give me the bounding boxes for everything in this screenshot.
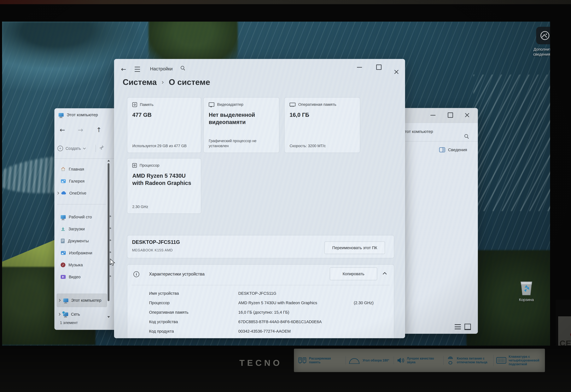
spec-label: Имя устройства <box>149 290 213 296</box>
expand-chevron-icon[interactable] <box>58 313 60 316</box>
desktop-icon-recycle-bin[interactable]: Корзина <box>511 280 542 302</box>
sidebar-scrollbar[interactable] <box>107 160 110 320</box>
spec-row: Имя устройства DESKTOP-JFCS11G <box>149 290 386 296</box>
card-storage: Память 477 GB Используется 29 GB из 477 … <box>127 97 201 153</box>
spec-row: Оперативная память 16,0 ГБ (доступно: 15… <box>149 309 386 315</box>
feature-item: Кнопка питания с отпечатком пальца <box>443 356 489 365</box>
laptop-bezel: TECNO Расширяемая память Угол обзора 180… <box>0 346 571 392</box>
card-value: 477 GB <box>132 111 197 118</box>
expand-chevron-icon[interactable] <box>58 299 61 302</box>
spec-value: AMD Ryzen 5 7430U with Radeon Graphics <box>238 300 317 306</box>
breadcrumb-separator: › <box>161 78 164 86</box>
sidebar-label: Главная <box>69 167 84 171</box>
new-button[interactable]: + Создать <box>57 146 85 151</box>
pictures-icon <box>61 251 66 255</box>
spec-label: Оперативная память <box>149 309 213 315</box>
search-icon[interactable] <box>181 66 185 70</box>
feature-label: Расширяемая память <box>309 357 341 364</box>
scrollbar-thumb[interactable] <box>108 163 110 301</box>
address-bar-text[interactable]: тот компьютер <box>405 129 433 134</box>
tree-item-this-pc[interactable]: Этот компьютер <box>57 294 107 307</box>
status-bar-items-count: 1 элемент <box>60 321 78 325</box>
sidebar-label: Документы <box>68 239 89 243</box>
explorer-tab[interactable]: Этот компьютер <box>58 112 98 117</box>
search-icon[interactable] <box>464 134 469 138</box>
maximize-button[interactable] <box>448 112 453 118</box>
breadcrumb-system[interactable]: Система <box>123 77 157 87</box>
mouse-cursor <box>110 258 115 267</box>
spec-row: Процессор AMD Ryzen 5 7430U with Radeon … <box>149 300 386 306</box>
maximize-button[interactable] <box>376 65 382 70</box>
spec-value: DESKTOP-JFCS11G <box>238 290 276 296</box>
scroll-up-arrow[interactable] <box>107 160 110 162</box>
card-gpu: Видеоадаптер Нет выделенной видеопамяти … <box>203 97 279 153</box>
back-button[interactable]: ← <box>60 126 65 134</box>
section-title: Характеристики устройства <box>149 272 205 277</box>
collapse-chevron-icon[interactable] <box>383 272 387 276</box>
scroll-down-arrow[interactable] <box>107 316 110 318</box>
desktop-icon <box>61 215 66 219</box>
icon-label: сведения о... <box>523 52 550 57</box>
card-value: 16,0 ГБ <box>290 111 354 118</box>
icon-label: Корзина <box>511 297 542 302</box>
new-button-label: Создать <box>66 146 81 151</box>
gpu-icon <box>209 102 214 107</box>
desktop-icon-more-info[interactable]: Дополните... сведения о... <box>523 27 550 57</box>
feature-item: Клавиатура с четырёхуровневой подсветкой <box>493 355 541 366</box>
feature-label: Кнопка питания с отпечатком пальца <box>457 357 489 364</box>
feature-item: Расширяемая память <box>298 356 341 365</box>
spec-value: 00342-43536-77274-AAOEM <box>238 328 291 334</box>
close-button[interactable] <box>464 112 470 118</box>
up-button[interactable]: ↑ <box>96 126 102 134</box>
chevron-down-icon <box>83 147 86 149</box>
device-name: DESKTOP-JFCS11G <box>132 239 180 245</box>
tree-label: Этот компьютер <box>71 298 101 303</box>
ram-icon <box>290 103 296 106</box>
details-button-label: Сведения <box>448 147 467 152</box>
keyboard-icon <box>496 357 506 364</box>
feature-sticker-banner: Расширяемая память Угол обзора 180° Лучш… <box>294 349 545 372</box>
app-title: Настройки <box>150 66 173 71</box>
icon-label: Дополните... <box>523 47 550 52</box>
tree-item-network[interactable]: Сеть <box>57 309 107 320</box>
wallpaper-foam-right <box>473 75 550 211</box>
rename-pc-button[interactable]: Переименовать этот ПК <box>325 241 385 254</box>
onedrive-icon <box>61 191 66 195</box>
spec-value: 16,0 ГБ (доступно: 15,4 ГБ) <box>238 309 289 315</box>
spec-label: Код продукта <box>149 328 213 334</box>
breadcrumb: Система › О системе <box>123 77 210 87</box>
cut-icon[interactable]: ✂ <box>98 143 106 151</box>
list-view-icon[interactable] <box>455 324 461 329</box>
expand-chevron-icon[interactable] <box>56 192 59 195</box>
close-button[interactable] <box>394 69 399 75</box>
network-icon <box>63 312 68 316</box>
spec-label: Код устройства <box>149 319 213 325</box>
details-toggle-button[interactable]: Сведения <box>439 147 467 152</box>
sidebar-label: Видео <box>69 275 81 279</box>
card-label: Оперативная память <box>298 102 336 107</box>
toolbar-divider <box>96 145 96 152</box>
card-value: AMD Ryzen 5 7430U with Radeon Graphics <box>132 172 197 187</box>
forward-button[interactable]: → <box>78 126 83 134</box>
section-divider <box>131 285 390 285</box>
minimize-button[interactable] <box>357 67 362 68</box>
copy-button[interactable]: Копировать <box>330 267 377 280</box>
speaker-icon <box>396 356 404 364</box>
feature-label: Угол обзора 180° <box>363 359 389 362</box>
home-icon <box>61 167 66 171</box>
device-specs-panel: Характеристики устройства Копировать Имя… <box>127 264 394 338</box>
fingerprint-icon <box>446 356 455 365</box>
sidebar-label: OneDrive <box>69 191 86 196</box>
thumbnail-view-icon[interactable] <box>464 324 471 330</box>
card-footer: 2.30 GHz <box>132 204 197 209</box>
feature-item: Лучшее качество звука <box>394 356 439 364</box>
menu-icon[interactable] <box>135 67 140 72</box>
brand-logo: TECNO <box>231 358 290 368</box>
ram-icon <box>298 356 307 365</box>
toolbar-separator <box>54 158 114 159</box>
downloads-icon <box>61 227 65 231</box>
documents-icon <box>61 238 65 243</box>
minimize-button[interactable] <box>430 115 435 115</box>
card-label: Память <box>140 102 154 107</box>
back-button[interactable]: ← <box>121 66 126 73</box>
